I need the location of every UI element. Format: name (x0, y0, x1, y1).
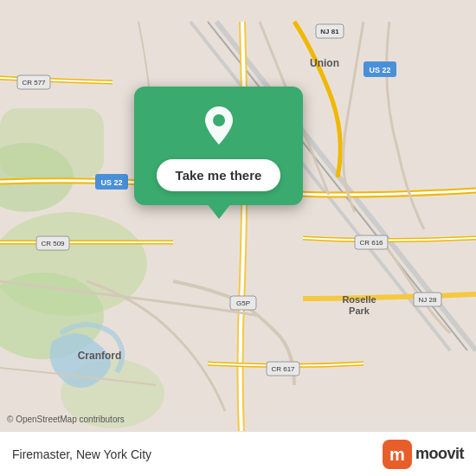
location-pin-icon (197, 104, 241, 147)
svg-text:CR 577: CR 577 (22, 79, 46, 87)
map-background: US 22 US 22 NJ 81 CR 577 CR 509 CR 616 G… (0, 0, 476, 476)
popup-card: Take me there (134, 87, 303, 205)
take-me-there-button[interactable]: Take me there (157, 159, 281, 191)
copyright-text: © OpenStreetMap contributors (7, 415, 125, 424)
svg-text:CR 616: CR 616 (359, 239, 383, 247)
map-container: US 22 US 22 NJ 81 CR 577 CR 509 CR 616 G… (0, 0, 476, 476)
svg-text:CR 617: CR 617 (271, 365, 295, 373)
location-label: Firemaster, New York City (12, 447, 383, 461)
svg-text:Park: Park (349, 306, 370, 316)
location-icon-wrap (196, 102, 242, 149)
svg-text:CR 509: CR 509 (41, 240, 65, 248)
svg-text:NJ 28: NJ 28 (419, 296, 437, 304)
svg-text:US 22: US 22 (100, 178, 122, 187)
moovit-logo[interactable]: m moovit (383, 440, 464, 469)
svg-text:US 22: US 22 (369, 66, 390, 74)
svg-point-33 (213, 114, 225, 126)
svg-text:Roselle: Roselle (342, 294, 376, 305)
svg-text:Union: Union (310, 57, 339, 69)
moovit-text: moovit (415, 445, 464, 463)
bottom-bar: Firemaster, New York City m moovit (0, 431, 476, 476)
moovit-icon: m (383, 440, 412, 469)
svg-text:Cranford: Cranford (78, 350, 122, 362)
svg-text:G5P: G5P (236, 299, 250, 307)
svg-text:NJ 81: NJ 81 (320, 28, 339, 35)
svg-text:m: m (389, 445, 405, 464)
